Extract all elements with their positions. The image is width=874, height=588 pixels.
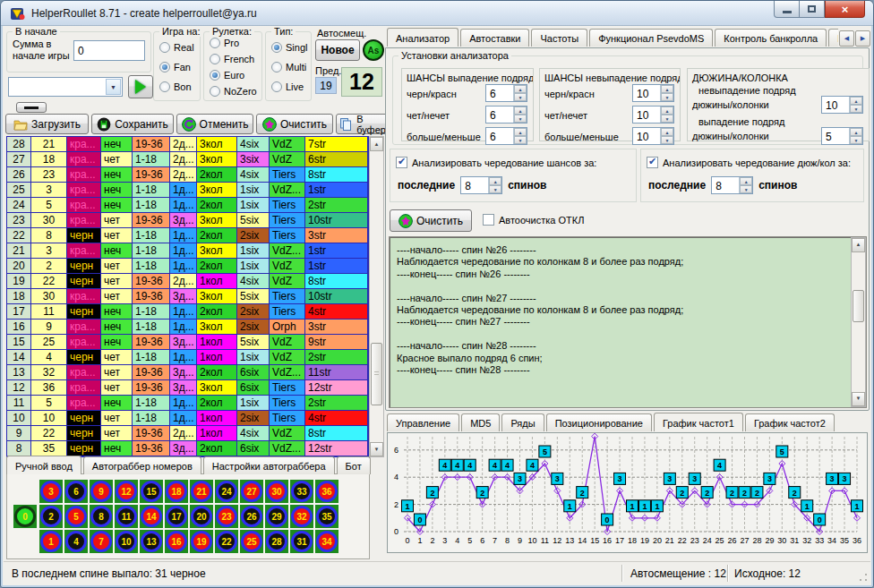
spin-down-icon[interactable] — [514, 136, 527, 144]
spin-up-icon[interactable] — [850, 97, 862, 105]
tab-bottom-3[interactable]: Позиционирование — [546, 413, 652, 431]
radio-option-fan[interactable]: Fan — [159, 62, 191, 72]
spin-down-icon[interactable] — [514, 115, 527, 123]
dozen-miss-spinner[interactable]: 10 — [821, 96, 863, 114]
tab-input-3[interactable]: Бот — [337, 456, 371, 474]
spin-up-icon[interactable] — [740, 177, 752, 185]
number-button-33[interactable]: 33 — [290, 480, 313, 503]
number-button-8[interactable]: 8 — [90, 505, 113, 528]
number-button-34[interactable]: 34 — [315, 530, 338, 553]
number-button-30[interactable]: 30 — [265, 480, 288, 503]
number-button-31[interactable]: 31 — [290, 530, 313, 553]
tabs-scroll-right-icon[interactable] — [855, 30, 870, 47]
spin-up-icon[interactable] — [661, 85, 673, 93]
play-button[interactable] — [128, 75, 153, 98]
number-button-10[interactable]: 10 — [115, 530, 138, 553]
number-button-28[interactable]: 28 — [265, 530, 288, 553]
number-button-2[interactable]: 2 — [39, 505, 63, 528]
tab-analyzer-4[interactable]: Контроль банкролла — [715, 29, 827, 47]
copy-buffer-button[interactable]: В буфер — [336, 114, 389, 134]
number-button-23[interactable]: 23 — [215, 505, 238, 528]
number-button-24[interactable]: 24 — [215, 480, 238, 503]
number-button-29[interactable]: 29 — [265, 505, 288, 528]
number-button-21[interactable]: 21 — [190, 480, 213, 503]
tab-bottom-5[interactable]: График частот2 — [745, 413, 835, 431]
minimize-button[interactable] — [774, 1, 800, 18]
close-button[interactable]: × — [825, 1, 865, 18]
even-odd-hit-spinner[interactable]: 6 — [485, 106, 527, 124]
radio-option-euro[interactable]: Euro — [210, 70, 244, 81]
spin-down-icon[interactable] — [489, 185, 501, 193]
maximize-button[interactable] — [800, 1, 825, 18]
number-button-32[interactable]: 32 — [290, 505, 313, 528]
radio-option-french[interactable]: French — [210, 54, 254, 64]
clear-button[interactable]: Очистить — [256, 114, 333, 134]
spin-down-icon[interactable] — [850, 105, 862, 113]
radio-option-bon[interactable]: Bon — [159, 81, 192, 92]
spin-up-icon[interactable] — [514, 85, 527, 93]
dozen-hit-spinner[interactable]: 5 — [821, 127, 863, 145]
spin-down-icon[interactable] — [514, 93, 527, 101]
analyzer-log[interactable]: ----начало----- спин №26 --------Наблюда… — [389, 236, 867, 408]
spin-up-icon[interactable] — [489, 177, 501, 185]
scroll-down-icon[interactable] — [370, 442, 383, 456]
number-button-16[interactable]: 16 — [165, 530, 188, 553]
scrollbar-thumb[interactable] — [853, 290, 864, 322]
radio-option-real[interactable]: Real — [159, 42, 194, 53]
alt-dozens-spins-spinner[interactable]: 8 — [711, 176, 753, 194]
undo-button[interactable]: Отменить — [176, 114, 253, 134]
spin-up-icon[interactable] — [661, 128, 673, 136]
number-button-20[interactable]: 20 — [190, 505, 213, 528]
load-button[interactable]: Загрузить — [5, 114, 89, 134]
combobox-dropdown-icon[interactable] — [106, 79, 121, 95]
number-button-12[interactable]: 12 — [115, 480, 138, 503]
number-button-36[interactable]: 36 — [315, 480, 338, 503]
scroll-down-icon[interactable] — [852, 392, 865, 406]
scroll-up-icon[interactable] — [852, 238, 865, 252]
number-button-4[interactable]: 4 — [64, 530, 88, 553]
radio-option-nozero[interactable]: NoZero — [210, 86, 257, 97]
as-button[interactable]: As — [363, 39, 384, 61]
number-button-35[interactable]: 35 — [315, 505, 338, 528]
save-button[interactable]: Сохранить — [91, 114, 174, 134]
resize-grip[interactable] — [859, 573, 868, 582]
scrollbar-thumb[interactable] — [371, 343, 382, 405]
alt-chances-spins-spinner[interactable]: 8 — [460, 176, 502, 194]
number-button-6[interactable]: 6 — [64, 480, 88, 503]
tab-input-0[interactable]: Ручной ввод — [6, 456, 81, 474]
history-combobox[interactable] — [8, 77, 123, 97]
sum-input[interactable]: 0 — [73, 40, 145, 61]
spin-down-icon[interactable] — [740, 185, 752, 193]
spin-up-icon[interactable] — [661, 107, 673, 115]
spin-up-icon[interactable] — [514, 107, 527, 115]
number-button-11[interactable]: 11 — [115, 505, 138, 528]
tab-bottom-2[interactable]: Ряды — [501, 413, 544, 431]
radio-option-singl[interactable]: Singl — [271, 42, 307, 53]
number-button-0[interactable]: 0 — [13, 505, 37, 528]
tab-bottom-0[interactable]: Управление — [387, 413, 459, 431]
number-button-5[interactable]: 5 — [64, 505, 88, 528]
spin-up-icon[interactable] — [514, 128, 527, 136]
tab-bottom-4[interactable]: График частот1 — [654, 413, 743, 431]
number-button-18[interactable]: 18 — [165, 480, 188, 503]
tab-input-1[interactable]: Автограббер номеров — [83, 456, 201, 474]
number-button-3[interactable]: 3 — [39, 480, 63, 503]
collapse-button[interactable] — [16, 102, 47, 113]
number-button-14[interactable]: 14 — [140, 505, 163, 528]
tab-analyzer-0[interactable]: Анализатор — [387, 28, 458, 47]
tab-bottom-1[interactable]: MD5 — [461, 413, 500, 431]
tab-analyzer-1[interactable]: Автоставки — [460, 29, 529, 47]
tab-analyzer-5[interactable]: Колесо ру — [828, 29, 838, 47]
number-button-17[interactable]: 17 — [165, 505, 188, 528]
new-button[interactable]: Новое — [315, 39, 360, 61]
alt-dozens-checkbox[interactable] — [647, 157, 658, 168]
table-scrollbar[interactable] — [369, 136, 384, 457]
number-button-9[interactable]: 9 — [90, 480, 113, 503]
autoclean-checkbox[interactable] — [483, 214, 494, 226]
black-red-hit-spinner[interactable]: 6 — [485, 84, 527, 102]
radio-option-multi[interactable]: Multi — [271, 62, 306, 72]
number-button-13[interactable]: 13 — [140, 530, 163, 553]
number-button-1[interactable]: 1 — [39, 530, 63, 553]
tab-analyzer-2[interactable]: Частоты — [531, 29, 587, 47]
log-scrollbar[interactable] — [851, 237, 866, 407]
